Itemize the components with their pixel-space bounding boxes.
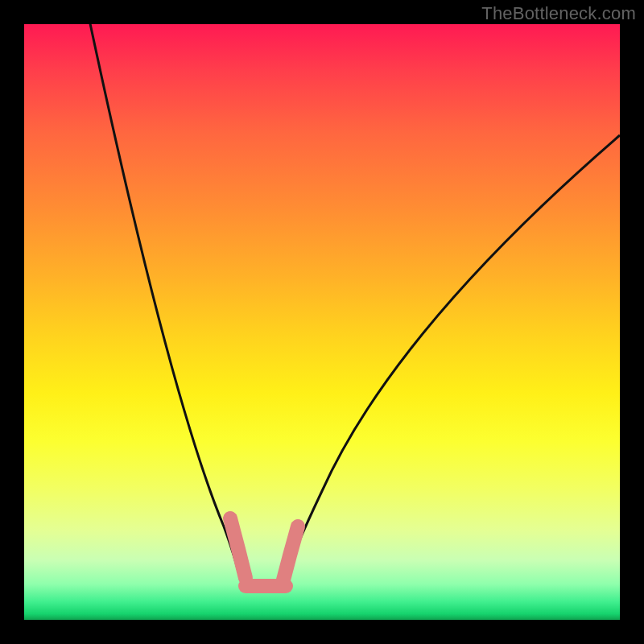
highlight-left	[230, 518, 246, 578]
bottleneck-curve-left	[89, 24, 240, 578]
chart-frame: TheBottleneck.com	[0, 0, 644, 644]
highlight-right	[282, 526, 298, 586]
bottleneck-curve-right	[283, 135, 620, 582]
plot-area	[24, 24, 620, 620]
watermark-text: TheBottleneck.com	[481, 3, 636, 24]
chart-svg	[24, 24, 620, 620]
